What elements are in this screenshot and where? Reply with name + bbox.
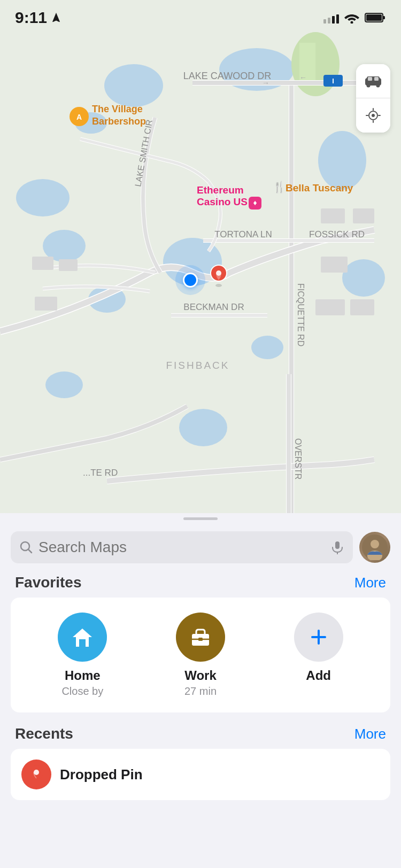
avatar[interactable]	[359, 532, 390, 563]
bottom-sheet: Favorites More Home Close by	[0, 513, 401, 868]
svg-rect-57	[368, 77, 372, 81]
svg-rect-22	[321, 257, 348, 273]
favorite-item-home[interactable]: Home Close by	[24, 613, 142, 698]
work-sublabel: 27 min	[184, 685, 217, 698]
svg-text:A: A	[76, 113, 82, 121]
home-label: Home	[65, 668, 101, 683]
svg-text:Casino US: Casino US	[197, 196, 248, 207]
plus-icon	[305, 623, 333, 651]
svg-text:Ethereum: Ethereum	[197, 184, 244, 196]
svg-point-13	[45, 371, 83, 398]
status-icons	[323, 12, 386, 24]
time-display: 9:11	[15, 9, 47, 27]
svg-rect-67	[79, 639, 86, 647]
svg-text:FOSSICK RD: FOSSICK RD	[309, 229, 365, 239]
dropped-pin-icon	[21, 759, 51, 789]
svg-text:→: →	[262, 79, 269, 87]
dropped-pin-text: Dropped Pin	[60, 766, 380, 783]
favorites-card: Home Close by Work 27 min	[11, 598, 390, 712]
svg-point-55	[367, 83, 371, 87]
battery-icon	[365, 12, 386, 24]
map-dropped-pin[interactable]	[210, 264, 228, 290]
svg-rect-21	[35, 297, 57, 311]
house-icon	[68, 623, 96, 651]
svg-point-10	[318, 131, 366, 190]
wifi-icon	[344, 12, 359, 24]
svg-rect-70	[198, 638, 203, 641]
search-bar[interactable]	[11, 531, 353, 563]
svg-text:Barbershop: Barbershop	[92, 116, 146, 127]
add-label: Add	[306, 668, 331, 683]
recent-item-dropped-pin[interactable]: Dropped Pin	[11, 749, 390, 800]
svg-point-65	[371, 540, 379, 548]
svg-text:🍴: 🍴	[273, 181, 286, 193]
map-area[interactable]: LAKE CAWOOD DR LAKE SMITH CIR TORTONA LN…	[0, 0, 401, 513]
home-sublabel: Close by	[61, 685, 103, 698]
svg-text:...TE RD: ...TE RD	[83, 468, 118, 478]
svg-text:The Village: The Village	[92, 104, 143, 114]
svg-rect-19	[32, 257, 53, 270]
signal-icon	[323, 12, 339, 24]
favorites-more-button[interactable]: More	[354, 575, 386, 591]
svg-rect-26	[350, 299, 374, 315]
svg-point-11	[342, 259, 385, 297]
home-icon-circle	[58, 613, 107, 662]
current-location-dot	[183, 273, 198, 288]
drag-indicator	[183, 517, 218, 520]
svg-text:FICQUETTE RD: FICQUETTE RD	[296, 283, 305, 346]
svg-rect-3	[366, 14, 382, 21]
svg-point-51	[215, 284, 222, 287]
svg-point-0	[351, 21, 353, 24]
svg-point-74	[34, 770, 39, 775]
recents-more-button[interactable]: More	[354, 726, 386, 742]
svg-point-14	[251, 336, 283, 359]
svg-point-7	[16, 179, 70, 216]
svg-text:←: ←	[299, 73, 307, 82]
svg-rect-2	[383, 16, 385, 19]
svg-text:LAKE CAWOOD DR: LAKE CAWOOD DR	[183, 71, 271, 81]
briefcase-icon	[187, 623, 214, 651]
favorites-title: Favorites	[15, 574, 82, 591]
location-arrow-icon	[50, 12, 62, 24]
svg-rect-24	[353, 208, 374, 223]
svg-point-12	[179, 409, 227, 446]
recents-section: Recents More Dropped Pin	[0, 715, 401, 800]
favorites-section-header: Favorites More	[0, 563, 401, 598]
svg-text:OVERSTR: OVERSTR	[294, 438, 303, 479]
search-bar-row	[0, 531, 401, 563]
favorite-item-work[interactable]: Work 27 min	[142, 613, 260, 698]
search-input[interactable]	[38, 539, 325, 556]
svg-point-60	[372, 114, 375, 117]
svg-rect-25	[315, 299, 345, 315]
svg-text:♦: ♦	[253, 198, 257, 207]
search-icon	[19, 540, 33, 554]
add-icon-circle	[294, 613, 343, 662]
favorite-item-add[interactable]: Add	[259, 613, 377, 698]
svg-rect-58	[374, 77, 379, 81]
svg-point-15	[104, 64, 163, 107]
svg-text:FISHBACK: FISHBACK	[166, 360, 229, 371]
work-icon-circle	[176, 613, 225, 662]
svg-rect-62	[335, 541, 340, 549]
svg-point-52	[216, 270, 221, 276]
map-controls	[356, 64, 390, 133]
status-bar: 9:11	[0, 0, 401, 29]
svg-rect-23	[321, 208, 345, 223]
svg-point-56	[376, 83, 380, 87]
svg-text:TORTONA LN: TORTONA LN	[214, 229, 272, 239]
svg-text:I: I	[332, 77, 334, 85]
svg-text:BECKMAN DR: BECKMAN DR	[183, 302, 244, 312]
map-svg: LAKE CAWOOD DR LAKE SMITH CIR TORTONA LN…	[0, 0, 401, 513]
status-time: 9:11	[15, 9, 62, 27]
my-location-button[interactable]	[356, 98, 390, 133]
microphone-icon[interactable]	[330, 540, 344, 554]
recents-section-header: Recents More	[0, 715, 401, 749]
dropped-pin-name: Dropped Pin	[60, 766, 380, 783]
svg-rect-20	[59, 259, 78, 271]
work-label: Work	[184, 668, 217, 683]
recents-title: Recents	[15, 725, 73, 742]
svg-text:Bella Tuscany: Bella Tuscany	[286, 182, 353, 193]
drive-mode-button[interactable]	[356, 64, 390, 98]
